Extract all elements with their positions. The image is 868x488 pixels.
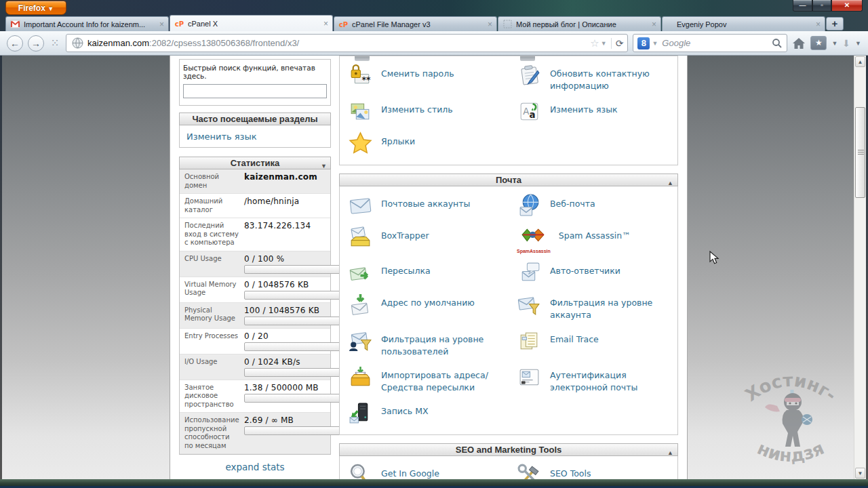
downloads-icon[interactable]: ⬇	[842, 38, 850, 49]
feature-label[interactable]: Почтовые аккаунты	[381, 198, 470, 218]
collapse-icon[interactable]: ▲	[667, 177, 673, 189]
feature-label[interactable]: Ярлыки	[381, 136, 415, 156]
statistics-header[interactable]: Статистика ▼	[179, 157, 331, 169]
browser-tab[interactable]: Important Account Info for kaizenm...×	[5, 16, 169, 31]
forward-button[interactable]: →	[28, 35, 44, 52]
section-items: Почтовые аккаунтыВеб-почтаBoxTrapperSpam…	[339, 186, 678, 435]
stat-row: Последний вход в систему с компьютера83.…	[180, 218, 330, 251]
scroll-up-icon[interactable]: ▲	[855, 56, 865, 67]
feature-item[interactable]: SpamAssassinSpam Assassin™	[509, 222, 677, 257]
feature-label[interactable]: Изменить стиль	[381, 104, 453, 124]
bookmark-star-icon[interactable]: ☆	[590, 37, 599, 49]
back-button[interactable]: ←	[7, 35, 23, 52]
browser-tab[interactable]: cPcPanel File Manager v3×	[334, 16, 497, 31]
frequent-links: Изменить язык	[179, 125, 331, 148]
feature-label[interactable]: Пересылка	[381, 265, 431, 285]
tab-close-icon[interactable]: ×	[159, 20, 164, 29]
feature-item[interactable]: Импортировать адреса/ Средства пересылки	[340, 361, 509, 397]
navigation-toolbar: ← → ⁙ kaizenman.com :2082/cpsess13805063…	[0, 31, 868, 56]
page-content: Быстрый поиск функций, впечатав здесь. Ч…	[0, 56, 868, 488]
expand-stats-link[interactable]: expand stats	[225, 462, 284, 472]
scroll-down-icon[interactable]: ▼	[855, 468, 865, 479]
home-icon[interactable]	[792, 37, 806, 49]
feature-item[interactable]: Почтовые аккаунты	[340, 190, 509, 222]
reload-icon[interactable]: ⟳	[611, 38, 624, 49]
feature-label[interactable]: Адрес по умолчанию	[381, 297, 475, 321]
password-icon: **	[348, 63, 373, 88]
feature-item[interactable]: Изменить стиль	[340, 96, 509, 127]
stat-value: /home/hninja	[244, 197, 326, 206]
feature-item[interactable]: Веб-почта	[509, 190, 677, 222]
collapse-icon[interactable]: ▼	[321, 160, 327, 172]
stat-value: 100 / 1048576 KB	[244, 306, 343, 315]
chevron-down-icon[interactable]: ▼	[855, 40, 861, 47]
feature-item[interactable]: **Сменить пароль	[340, 60, 509, 96]
search-input[interactable]: Google	[662, 38, 772, 48]
keyhole-icon[interactable]: ⁙	[49, 37, 61, 49]
new-tab-button[interactable]: +	[826, 17, 844, 30]
feature-label[interactable]: Веб-почта	[550, 198, 595, 218]
feature-label[interactable]: Изменить язык	[550, 104, 618, 124]
feature-item[interactable]: Обновить контактную информацию	[509, 60, 677, 96]
tab-close-icon[interactable]: ×	[323, 19, 328, 28]
feature-item[interactable]: Фильтрация на уровне пользователей	[340, 325, 509, 361]
feature-item[interactable]: Запись MX	[340, 397, 509, 429]
stat-value: 2.69 / ∞ MB	[244, 415, 343, 425]
feature-label[interactable]: Фильтрация на уровне аккаунта	[550, 297, 675, 321]
feature-label[interactable]: Email Trace	[550, 333, 599, 358]
sidebar-link[interactable]: Изменить язык	[186, 131, 257, 142]
vertical-scrollbar[interactable]: ▲ ▼	[854, 56, 866, 479]
search-bar[interactable]: 8 ▼ Google	[633, 34, 787, 52]
feature-item[interactable]: Аутентификация электронной почты	[509, 361, 677, 397]
bookmarks-button[interactable]: ★	[810, 36, 827, 50]
browser-tab[interactable]: cPcPanel X×	[170, 15, 333, 31]
section-header[interactable]: SEO and Marketing Tools▲	[339, 443, 678, 456]
minimize-button[interactable]: —	[793, 0, 812, 12]
feature-label[interactable]: BoxTrapper	[381, 230, 429, 253]
tab-close-icon[interactable]: ×	[652, 20, 656, 29]
svg-text:cP: cP	[175, 20, 184, 28]
feature-item[interactable]: Ярлыки	[340, 127, 509, 159]
collapse-icon[interactable]: ▲	[667, 447, 673, 459]
stat-row: Virtual Memory Usage0 / 1048576 KB	[180, 277, 330, 303]
maximize-button[interactable]: ▫	[812, 0, 831, 12]
feature-label[interactable]: Фильтрация на уровне пользователей	[381, 333, 506, 358]
tab-close-icon[interactable]: ×	[488, 20, 492, 29]
section-header[interactable]: Почта▲	[339, 174, 678, 186]
scrollbar-thumb[interactable]	[855, 107, 865, 198]
tab-close-icon[interactable]: ×	[816, 20, 821, 29]
chevron-down-icon[interactable]: ▼	[601, 40, 607, 47]
feature-label[interactable]: Spam Assassin™	[559, 230, 631, 253]
feature-label[interactable]: Обновить контактную информацию	[550, 68, 675, 92]
quick-search-input[interactable]	[183, 84, 327, 98]
browser-tab[interactable]: Evgeniy Popov×	[662, 16, 825, 31]
feature-label[interactable]: Импортировать адреса/ Средства пересылки	[381, 369, 506, 394]
feature-label[interactable]: Авто-ответчики	[550, 265, 620, 285]
feature-item[interactable]: Фильтрация на уровне аккаунта	[509, 289, 677, 325]
usage-bar	[244, 342, 343, 351]
language-icon: Aa	[517, 99, 542, 124]
chevron-down-icon[interactable]: ▼	[831, 40, 837, 47]
feature-item[interactable]: Авто-ответчики	[509, 257, 677, 289]
search-icon[interactable]	[772, 38, 783, 49]
feature-item[interactable]: Адрес по умолчанию	[340, 289, 509, 325]
chevron-down-icon[interactable]: ▼	[652, 40, 658, 47]
stat-label: Домашний каталог	[180, 194, 243, 218]
usage-bar	[244, 426, 343, 435]
feature-item[interactable]: AaИзменить язык	[509, 96, 677, 127]
feature-label[interactable]: Сменить пароль	[381, 68, 454, 92]
browser-tab[interactable]: Мой первый блог | Описание×	[498, 16, 661, 31]
feature-item[interactable]: BoxTrapper	[340, 222, 509, 257]
feature-label[interactable]: Аутентификация электронной почты	[550, 369, 675, 394]
url-bar[interactable]: kaizenman.com :2082/cpsess1380506368/fro…	[66, 34, 628, 52]
close-button[interactable]: ✕	[831, 0, 863, 12]
default-address-icon	[348, 292, 373, 317]
feature-label[interactable]: Запись MX	[381, 405, 429, 426]
feature-item[interactable]: Email Trace	[509, 325, 677, 361]
feature-item[interactable]: Пересылка	[340, 257, 509, 289]
icon-with-caption: SpamAssassin	[517, 225, 551, 253]
stat-label: Основной домен	[180, 169, 243, 193]
frequent-sections-panel: Часто посещаемые разделы Изменить язык	[179, 113, 331, 148]
stat-value: 0 / 100 %	[244, 254, 343, 264]
firefox-menu-button[interactable]: Firefox ▼	[5, 1, 66, 15]
